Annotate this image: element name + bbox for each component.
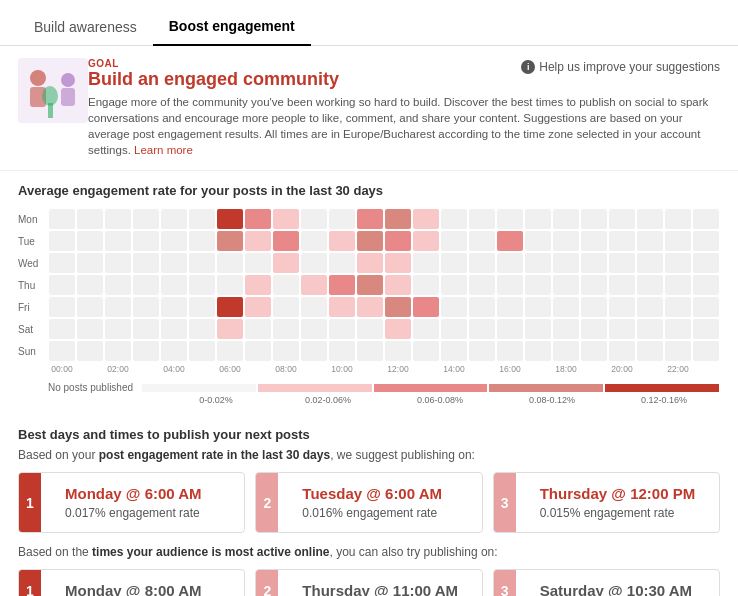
heatmap-cell <box>217 275 243 295</box>
heatmap-cell <box>133 209 159 229</box>
heatmap-cell <box>133 253 159 273</box>
heatmap-cell <box>245 231 271 251</box>
legend-no-posts: No posts published <box>48 382 133 393</box>
tab-build-awareness[interactable]: Build awareness <box>18 11 153 45</box>
time-label-3 <box>132 364 160 374</box>
info-icon: i <box>521 60 535 74</box>
time-label-6: 06:00 <box>216 364 244 374</box>
heatmap-cell <box>245 319 271 339</box>
suggestion-3-content: Thursday @ 12:00 PM 0.015% engagement ra… <box>530 485 705 520</box>
heatmap-cell <box>497 297 523 317</box>
heatmap-cell <box>469 253 495 273</box>
heatmap-body <box>48 208 720 362</box>
heatmap-cell <box>49 231 75 251</box>
tab-boost-engagement[interactable]: Boost engagement <box>153 10 311 46</box>
heatmap-cell <box>637 253 663 273</box>
heatmap-cell <box>273 341 299 361</box>
time-label-23 <box>692 364 720 374</box>
heatmap-cell <box>161 209 187 229</box>
heatmap-cell <box>553 231 579 251</box>
suggestion-1-content: Monday @ 6:00 AM 0.017% engagement rate <box>55 485 230 520</box>
rank-badge-3: 3 <box>494 473 516 532</box>
heatmap-grid: Mon Tue Wed Thu Fri Sat Sun <box>18 208 720 362</box>
heatmap-cell <box>301 297 327 317</box>
heatmap-cell <box>413 231 439 251</box>
heatmap-cell <box>329 253 355 273</box>
help-improve-link[interactable]: i Help us improve your suggestions <box>521 60 720 74</box>
heatmap-cell <box>273 253 299 273</box>
engagement-suggestion-2: 2 Tuesday @ 6:00 AM 0.016% engagement ra… <box>255 472 482 533</box>
heatmap-cell <box>189 319 215 339</box>
heatmap-cell <box>189 209 215 229</box>
heatmap-cell <box>609 319 635 339</box>
heatmap-cell <box>133 319 159 339</box>
heatmap-cell <box>469 231 495 251</box>
heatmap-cell <box>441 275 467 295</box>
heatmap-cell <box>553 297 579 317</box>
heatmap-cell <box>77 209 103 229</box>
heatmap-cell <box>665 209 691 229</box>
heatmap-cell <box>189 231 215 251</box>
heatmap-cell <box>189 253 215 273</box>
heatmap-cell <box>385 209 411 229</box>
heatmap-cell <box>469 341 495 361</box>
heatmap-cell <box>161 319 187 339</box>
audience-suggestion-3: 3 Saturday @ 10:30 AM <box>493 569 720 596</box>
goal-description: Engage more of the community you've been… <box>88 94 720 158</box>
heatmap-cell <box>525 319 551 339</box>
heatmap-day-labels: Mon Tue Wed Thu Fri Sat Sun <box>18 208 48 362</box>
heatmap-row-3 <box>48 274 720 296</box>
heatmap-cell <box>301 253 327 273</box>
heatmap-cell <box>637 275 663 295</box>
heatmap-cell <box>161 297 187 317</box>
audience-3-content: Saturday @ 10:30 AM <box>530 582 705 596</box>
heatmap-cell <box>77 341 103 361</box>
heatmap-cell <box>441 341 467 361</box>
heatmap-cell <box>357 297 383 317</box>
heatmap-cell <box>413 319 439 339</box>
time-label-10: 10:00 <box>328 364 356 374</box>
heatmap-cell <box>637 209 663 229</box>
heatmap-cell <box>609 341 635 361</box>
heatmap-cell <box>357 341 383 361</box>
heatmap-cell <box>385 297 411 317</box>
heatmap-cell <box>49 209 75 229</box>
heatmap-cell <box>637 231 663 251</box>
legend-segment-4 <box>605 384 719 392</box>
time-label-18: 18:00 <box>552 364 580 374</box>
heatmap-title: Average engagement rate for your posts i… <box>18 183 720 198</box>
heatmap-cell <box>105 319 131 339</box>
audience-rank-2: 2 <box>256 570 278 596</box>
legend-segment-3 <box>489 384 603 392</box>
time-label-9 <box>300 364 328 374</box>
day-label-tue: Tue <box>18 230 48 252</box>
legend-range-5: 0.12-0.16% <box>608 395 720 405</box>
heatmap-cell <box>497 209 523 229</box>
learn-more-link[interactable]: Learn more <box>134 144 193 156</box>
time-label-22: 22:00 <box>664 364 692 374</box>
suggestion-1-rate: 0.017% engagement rate <box>65 506 230 520</box>
heatmap-cell <box>245 297 271 317</box>
heatmap-cell <box>693 275 719 295</box>
day-label-fri: Fri <box>18 296 48 318</box>
heatmap-cell <box>49 297 75 317</box>
engagement-desc: Based on your post engagement rate in th… <box>18 448 720 462</box>
heatmap-cell <box>273 275 299 295</box>
time-label-5 <box>188 364 216 374</box>
heatmap-cell <box>469 275 495 295</box>
heatmap-cell <box>469 297 495 317</box>
best-times-section: Best days and times to publish your next… <box>0 417 738 596</box>
time-label-13 <box>412 364 440 374</box>
heatmap-cell <box>77 231 103 251</box>
suggestion-2-rate: 0.016% engagement rate <box>302 506 467 520</box>
audience-desc: Based on the times your audience is most… <box>18 545 720 559</box>
heatmap-cell <box>609 297 635 317</box>
heatmap-cell <box>49 319 75 339</box>
heatmap-cell <box>245 341 271 361</box>
heatmap-cell <box>441 297 467 317</box>
heatmap-cell <box>49 341 75 361</box>
heatmap-cell <box>273 297 299 317</box>
heatmap-legend: No posts published <box>48 382 720 393</box>
audience-1-time: Monday @ 8:00 AM <box>65 582 230 596</box>
heatmap-cell <box>77 319 103 339</box>
